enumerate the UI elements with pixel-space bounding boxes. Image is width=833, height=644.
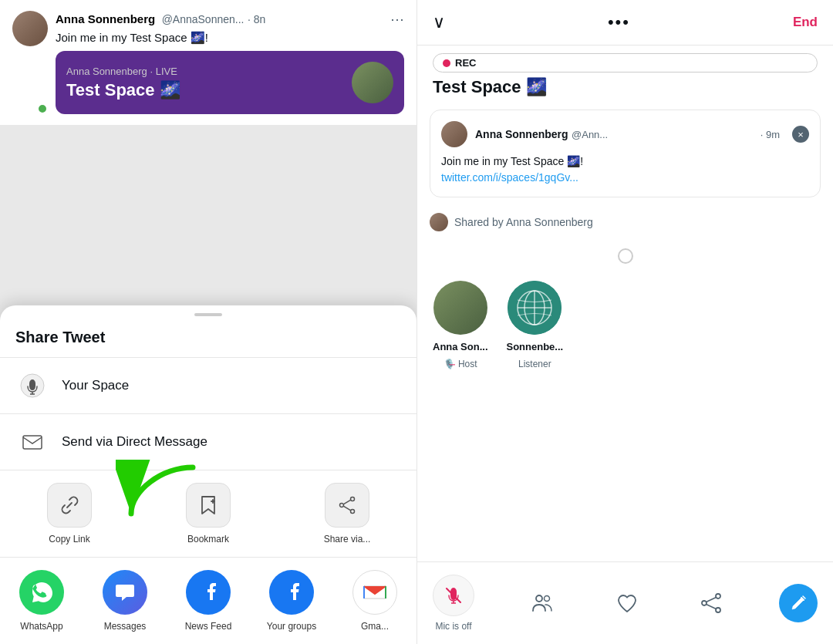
dm-label: Send via Direct Message — [62, 434, 207, 450]
shared-by-text: Shared by Anna Sonnenberg — [454, 216, 593, 228]
svg-line-28 — [707, 605, 717, 609]
heart-button[interactable] — [610, 586, 644, 620]
tweet-header: Anna Sonnenberg @AnnaSonnen... · 8n ⋯ — [56, 11, 404, 28]
shared-tweet-link[interactable]: twitter.com/i/spaces/1gqGv... — [441, 171, 578, 184]
shared-tweet-time: · 9m — [760, 129, 780, 140]
bookmark-icon — [186, 483, 231, 528]
space-live-label: Anna Sonnenberg · LIVE — [66, 66, 180, 77]
bottom-sheet: Share Tweet Your Space — [0, 305, 416, 644]
svg-point-7 — [351, 497, 355, 501]
chevron-down-icon[interactable]: ∨ — [433, 12, 445, 32]
mic-toggle-button[interactable] — [433, 575, 474, 616]
shared-by-row: Shared by Anna Sonnenberg — [417, 205, 833, 239]
participant-anna: Anna Son... 🎙️̶ Host — [433, 281, 488, 369]
social-apps-row: WhatsApp Messages News Feed — [0, 558, 416, 644]
svg-line-27 — [707, 598, 717, 602]
tweet-time: · 8n — [248, 13, 265, 25]
compose-button[interactable] — [779, 584, 818, 622]
facebook-feed-label: News Feed — [185, 621, 232, 632]
tweet-text: Join me in my Test Space 🌌! — [56, 31, 404, 45]
sheet-title: Share Tweet — [0, 329, 416, 358]
space-header: ∨ ••• End — [417, 0, 833, 46]
mic-button-group: Mic is off — [433, 575, 474, 632]
envelope-icon — [15, 425, 49, 459]
rec-dot — [443, 59, 450, 67]
shared-tweet-author-info: Anna Sonnenberg @Ann... — [475, 127, 608, 141]
svg-point-22 — [536, 595, 542, 602]
mic-off-label: Mic is off — [435, 621, 471, 632]
shared-tweet-author: Anna Sonnenberg — [475, 128, 568, 140]
gmail-label: Gma... — [361, 621, 389, 632]
tweet-author: Anna Sonnenberg — [56, 12, 155, 25]
space-controls: Mic is off — [417, 561, 833, 644]
facebook-groups-item[interactable]: Your groups — [250, 570, 333, 632]
share-option-your-space[interactable]: Your Space — [0, 358, 416, 414]
svg-line-10 — [343, 500, 351, 504]
your-space-label: Your Space — [62, 378, 129, 393]
space-card-info: Anna Sonnenberg · LIVE Test Space 🌌 — [66, 66, 180, 100]
share-via-item[interactable]: Share via... — [278, 483, 416, 545]
online-indicator — [37, 103, 48, 114]
loading-indicator — [618, 248, 633, 264]
share-option-dm[interactable]: Send via Direct Message — [0, 414, 416, 470]
more-options-icon[interactable]: ••• — [608, 12, 630, 32]
sheet-handle — [194, 313, 222, 316]
space-card-avatar — [352, 62, 393, 103]
svg-line-11 — [343, 506, 351, 511]
messages-label: Messages — [104, 621, 147, 632]
facebook-groups-label: Your groups — [267, 621, 316, 632]
participant-sonnenbe-name: Sonnenbe... — [507, 341, 564, 352]
mic-off-icon: 🎙️̶ — [443, 359, 455, 369]
participant-sonnenbe: Sonnenbe... Listener — [507, 281, 564, 369]
svg-rect-4 — [23, 436, 42, 449]
shared-tweet-header: Anna Sonnenberg @Ann... · 9m × — [441, 121, 809, 147]
svg-point-25 — [702, 601, 707, 605]
facebook-feed-item[interactable]: News Feed — [167, 570, 250, 632]
svg-point-26 — [716, 608, 720, 612]
shared-tweet-handle: @Ann... — [572, 129, 608, 140]
shared-by-avatar — [430, 213, 448, 231]
bookmark-label: Bookmark — [187, 534, 229, 545]
end-button[interactable]: End — [793, 15, 818, 30]
whatsapp-label: WhatsApp — [20, 621, 62, 632]
copy-link-label: Copy Link — [49, 534, 89, 545]
whatsapp-item[interactable]: WhatsApp — [0, 570, 83, 632]
microphone-icon — [15, 369, 49, 403]
svg-point-24 — [716, 594, 720, 598]
tweet-content: Anna Sonnenberg @AnnaSonnen... · 8n ⋯ Jo… — [56, 11, 404, 114]
participant-sonnenbe-role: Listener — [518, 359, 551, 369]
tweet-avatar — [12, 11, 48, 46]
tweet-handle: @AnnaSonnen... — [162, 13, 245, 25]
left-panel: Anna Sonnenberg @AnnaSonnen... · 8n ⋯ Jo… — [0, 0, 416, 644]
people-button[interactable] — [525, 586, 559, 620]
copy-link-item[interactable]: Copy Link — [0, 483, 139, 545]
shared-tweet-close[interactable]: × — [792, 126, 809, 143]
facebook-feed-icon — [186, 570, 231, 615]
tweet-more-icon[interactable]: ⋯ — [390, 11, 404, 28]
shared-tweet-text: Join me in my Test Space 🌌! twitter.com/… — [441, 153, 809, 186]
svg-point-8 — [340, 504, 344, 507]
shared-tweet-avatar — [441, 121, 467, 147]
copy-link-icon — [47, 483, 92, 528]
messages-icon — [103, 570, 147, 615]
facebook-groups-icon — [269, 570, 314, 615]
rec-label: REC — [455, 57, 476, 69]
share-via-label: Share via... — [324, 534, 371, 545]
space-title: Test Space 🌌 — [417, 77, 833, 110]
share-via-icon — [325, 483, 369, 528]
rec-badge: REC — [433, 53, 818, 72]
share-button[interactable] — [694, 586, 728, 620]
participant-anna-role: 🎙️̶ Host — [443, 359, 477, 369]
svg-point-9 — [351, 510, 355, 514]
svg-point-23 — [544, 596, 549, 602]
shared-tweet-card: Anna Sonnenberg @Ann... · 9m × Join me i… — [430, 110, 821, 197]
whatsapp-icon — [19, 570, 64, 615]
utility-icons-row: Copy Link Bookmark — [0, 470, 416, 558]
bookmark-item[interactable]: Bookmark — [139, 483, 278, 545]
gmail-icon — [352, 570, 397, 615]
space-card[interactable]: Anna Sonnenberg · LIVE Test Space 🌌 — [56, 51, 404, 114]
messages-item[interactable]: Messages — [83, 570, 167, 632]
background-tweet: Anna Sonnenberg @AnnaSonnen... · 8n ⋯ Jo… — [0, 0, 416, 125]
gmail-item[interactable]: Gma... — [333, 570, 416, 632]
participant-anna-avatar — [433, 281, 487, 335]
